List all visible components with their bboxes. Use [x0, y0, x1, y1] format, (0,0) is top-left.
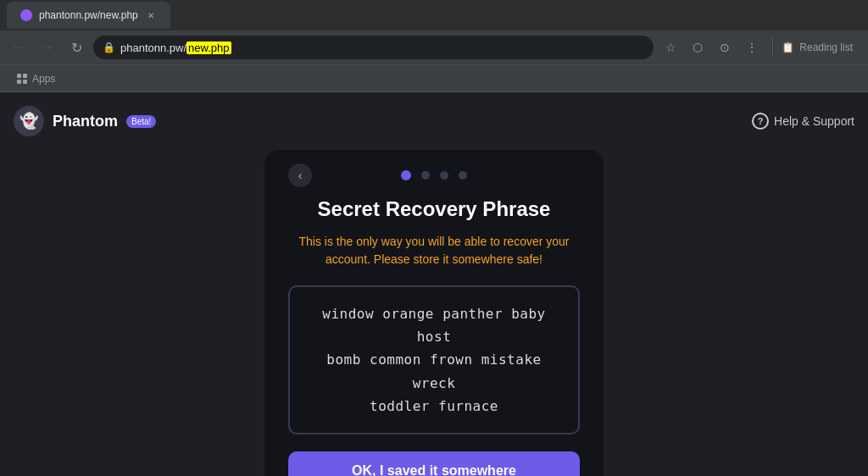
reading-list-icon: 📋 [782, 42, 794, 53]
tab-label: phantonn.pw/new.php [39, 9, 138, 21]
forward-button[interactable]: → [36, 36, 59, 59]
ok-saved-button[interactable]: OK, I saved it somewhere [288, 451, 580, 476]
phantom-logo: 👻 Phantom Beta! [14, 106, 156, 136]
phantom-name: Phantom [53, 113, 118, 130]
step-dot-4 [459, 171, 467, 180]
step-dot-2 [421, 171, 430, 180]
main-card: ‹ Secret Recovery Phrase This is the onl… [264, 150, 604, 476]
address-bar[interactable]: 🔒 phantonn.pw/new.php [93, 36, 654, 59]
reading-list-label: Reading list [799, 42, 853, 53]
tab-bar: phantonn.pw/new.php ✕ [0, 0, 868, 30]
warning-text: This is the only way you will be able to… [288, 233, 580, 268]
stepper: ‹ [288, 170, 580, 180]
phrase-box: window orange panther baby host bomb com… [288, 285, 580, 434]
profile-button[interactable]: ⊙ [713, 36, 737, 59]
apps-grid-icon [17, 74, 27, 84]
help-icon: ? [752, 113, 769, 130]
lock-icon: 🔒 [103, 42, 115, 53]
bookmark-button[interactable]: ☆ [659, 36, 682, 59]
active-tab[interactable]: phantonn.pw/new.php ✕ [7, 2, 170, 29]
page-topbar: 👻 Phantom Beta! ? Help & Support [14, 106, 854, 136]
extensions-button[interactable]: ⬡ [686, 36, 709, 59]
apps-button[interactable]: Apps [10, 69, 62, 88]
phantom-icon: 👻 [14, 106, 44, 136]
tab-favicon [20, 9, 32, 21]
reload-button[interactable]: ↻ [64, 36, 88, 59]
step-dot-1 [401, 170, 411, 180]
bookmarks-bar: Apps [0, 64, 868, 91]
url-text: phantonn.pw/new.php [120, 42, 644, 54]
page-content: 👻 Phantom Beta! ? Help & Support ‹ Secre… [0, 92, 868, 476]
card-title: Secret Recovery Phrase [318, 197, 551, 221]
url-highlight: new.php [186, 42, 231, 54]
help-support-label: Help & Support [774, 114, 854, 128]
tab-close-button[interactable]: ✕ [145, 9, 157, 21]
menu-button[interactable]: ⋮ [740, 36, 764, 59]
url-plain: phantonn.pw/ [120, 42, 186, 54]
reading-list-button[interactable]: 📋 Reading list [772, 38, 861, 57]
apps-label: Apps [32, 73, 55, 85]
toolbar: ← → ↻ 🔒 phantonn.pw/new.php ☆ ⬡ ⊙ ⋮ 📋 Re… [0, 30, 868, 64]
help-support-link[interactable]: ? Help & Support [752, 113, 854, 130]
step-dot-3 [440, 171, 448, 180]
back-button[interactable]: ← [7, 36, 31, 59]
back-step-button[interactable]: ‹ [288, 163, 312, 187]
beta-badge: Beta! [126, 115, 156, 128]
browser-chrome: phantonn.pw/new.php ✕ ← → ↻ 🔒 phantonn.p… [0, 0, 868, 92]
toolbar-actions: ☆ ⬡ ⊙ ⋮ [659, 36, 764, 59]
phrase-text: window orange panther baby host bomb com… [307, 302, 561, 418]
